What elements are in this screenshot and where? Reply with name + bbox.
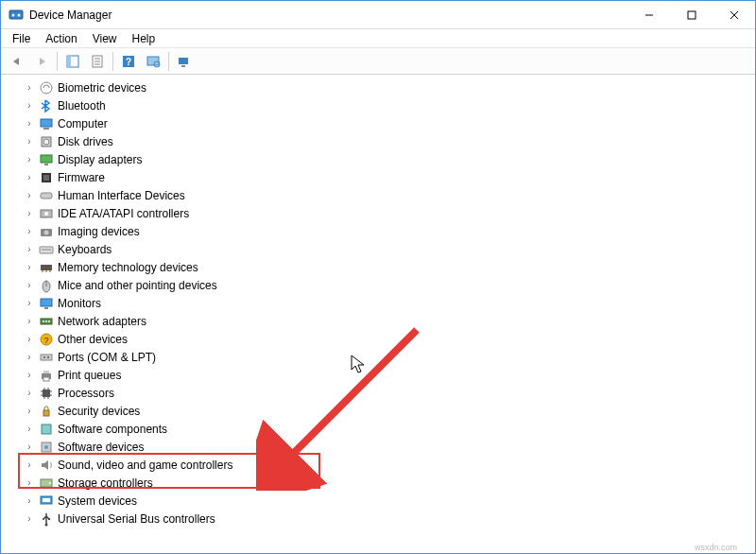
usb-icon: [39, 511, 54, 527]
chevron-right-icon[interactable]: ›: [24, 477, 35, 489]
menu-view[interactable]: View: [85, 30, 125, 47]
maximize-button[interactable]: [670, 1, 713, 28]
tree-node[interactable]: ›Print queues: [1, 366, 755, 384]
chevron-right-icon[interactable]: ›: [24, 226, 35, 237]
chevron-right-icon[interactable]: ›: [24, 352, 35, 363]
tree-node[interactable]: ›Software devices: [1, 438, 755, 456]
svg-rect-55: [43, 390, 50, 397]
tree-node[interactable]: ›Disk drives: [1, 132, 755, 150]
tree-node-label: System devices: [58, 494, 137, 508]
chevron-right-icon[interactable]: ›: [24, 495, 35, 507]
tree-node[interactable]: ›Ports (COM & LPT): [1, 348, 755, 366]
scan-button[interactable]: [142, 50, 164, 73]
watermark: wsxdn.com: [695, 543, 737, 552]
svg-point-23: [43, 139, 49, 145]
tree-node[interactable]: ›Keyboards: [1, 240, 755, 258]
chevron-right-icon[interactable]: ›: [24, 100, 35, 112]
chevron-right-icon[interactable]: ›: [24, 406, 35, 417]
svg-point-51: [47, 356, 49, 358]
chevron-right-icon[interactable]: ›: [24, 154, 35, 165]
chevron-right-icon[interactable]: ›: [24, 208, 35, 219]
tree-node-label: Network adapters: [58, 315, 146, 328]
tree-node[interactable]: ›Bluetooth: [1, 96, 755, 114]
tree-node[interactable]: ›Security devices: [1, 402, 755, 420]
properties-button[interactable]: [86, 50, 109, 73]
tree-node-label: Universal Serial Bus controllers: [58, 512, 215, 526]
svg-rect-15: [147, 57, 159, 65]
svg-point-72: [45, 523, 48, 526]
tree-node[interactable]: ›?Other devices: [1, 330, 755, 348]
chevron-right-icon[interactable]: ›: [24, 82, 35, 94]
tree-node-label: Security devices: [58, 405, 140, 418]
help-button[interactable]: ?: [117, 50, 140, 73]
system-icon: [39, 493, 54, 509]
firmware-icon: [39, 170, 54, 185]
tree-node[interactable]: ›Network adapters: [1, 312, 755, 330]
menu-help[interactable]: Help: [125, 30, 163, 47]
tree-node[interactable]: ›Universal Serial Bus controllers: [1, 510, 755, 528]
tree-node[interactable]: ›Biometric devices: [1, 78, 755, 96]
tree-node[interactable]: ›Human Interface Devices: [1, 186, 755, 204]
window-title: Device Manager: [29, 9, 627, 22]
tree-node[interactable]: ›Memory technology devices: [1, 258, 755, 276]
swcomp-icon: [39, 422, 54, 437]
close-button[interactable]: [713, 1, 755, 28]
svg-rect-74: [48, 518, 50, 520]
monitor-icon: [39, 296, 54, 311]
ide-icon: [39, 206, 54, 221]
tree-node[interactable]: ›Processors: [1, 384, 755, 402]
svg-rect-24: [41, 155, 52, 163]
chevron-right-icon[interactable]: ›: [24, 424, 35, 435]
svg-point-1: [12, 13, 15, 16]
tree-node[interactable]: ›Software components: [1, 420, 755, 438]
memory-icon: [39, 260, 54, 275]
tree-node-label: Monitors: [58, 297, 101, 310]
chevron-right-icon[interactable]: ›: [24, 190, 35, 201]
chevron-right-icon[interactable]: ›: [24, 513, 35, 525]
minimize-button[interactable]: [627, 1, 670, 28]
tree-node[interactable]: ›Computer: [1, 114, 755, 132]
tree-node[interactable]: ›Firmware: [1, 168, 755, 186]
chevron-right-icon[interactable]: ›: [24, 118, 35, 130]
tree-node-label: Print queues: [58, 369, 121, 382]
show-hide-tree-button[interactable]: [61, 50, 84, 73]
svg-rect-44: [43, 320, 44, 322]
toolbar: ?: [1, 48, 755, 75]
chevron-right-icon[interactable]: ›: [24, 370, 35, 381]
tree-node[interactable]: ›Imaging devices: [1, 222, 755, 240]
tree-node-label: Software components: [58, 423, 167, 436]
tree-node[interactable]: ›Mice and other pointing devices: [1, 276, 755, 294]
back-button[interactable]: [6, 50, 28, 73]
chevron-right-icon[interactable]: ›: [24, 172, 35, 183]
chevron-right-icon[interactable]: ›: [24, 441, 35, 453]
chevron-right-icon[interactable]: ›: [24, 136, 35, 147]
svg-rect-18: [181, 65, 185, 67]
tree-node[interactable]: ›Sound, video and game controllers: [1, 456, 755, 474]
chevron-right-icon[interactable]: ›: [24, 298, 35, 309]
chevron-right-icon[interactable]: ›: [24, 334, 35, 345]
svg-rect-49: [41, 355, 52, 360]
tree-node[interactable]: ›System devices: [1, 492, 755, 510]
tree-node-label: Disk drives: [58, 135, 113, 148]
device-tree[interactable]: ›Biometric devices›Bluetooth›Computer›Di…: [1, 75, 755, 553]
tree-node-label: Biometric devices: [58, 81, 146, 95]
chevron-right-icon[interactable]: ›: [24, 262, 35, 273]
tree-node[interactable]: ›Monitors: [1, 294, 755, 312]
svg-rect-46: [48, 320, 50, 322]
svg-rect-65: [42, 424, 51, 434]
devices-button[interactable]: [173, 50, 196, 73]
tree-node[interactable]: ›Storage controllers: [1, 474, 755, 492]
chevron-right-icon[interactable]: ›: [24, 459, 35, 471]
device-manager-window: Device Manager File Action View Help ? ›…: [0, 0, 756, 554]
tree-node[interactable]: ›IDE ATA/ATAPI controllers: [1, 204, 755, 222]
chevron-right-icon[interactable]: ›: [24, 316, 35, 327]
tree-node-label: Software devices: [58, 441, 144, 454]
tree-node-label: Sound, video and game controllers: [58, 459, 232, 472]
chevron-right-icon[interactable]: ›: [24, 388, 35, 399]
chevron-right-icon[interactable]: ›: [24, 244, 35, 255]
menu-action[interactable]: Action: [38, 30, 84, 47]
tree-node[interactable]: ›Display adapters: [1, 150, 755, 168]
chevron-right-icon[interactable]: ›: [24, 280, 35, 291]
forward-button[interactable]: [30, 50, 53, 73]
menu-file[interactable]: File: [5, 30, 38, 47]
